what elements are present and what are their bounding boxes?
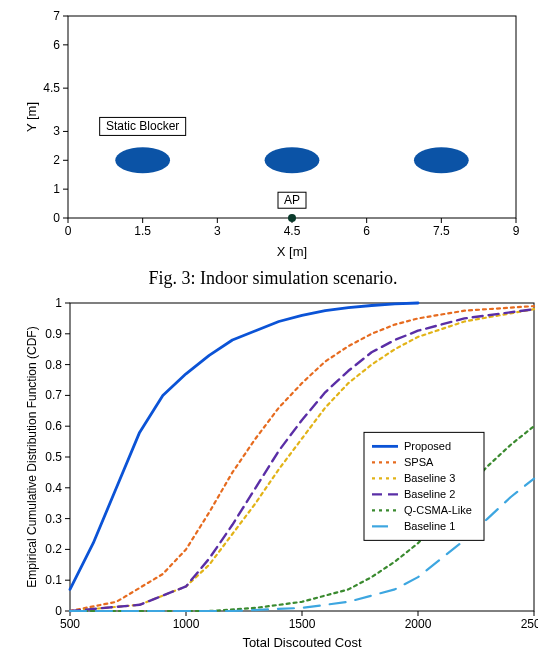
static-blocker-icon	[414, 147, 469, 173]
svg-text:0: 0	[53, 211, 60, 225]
svg-text:3: 3	[53, 124, 60, 138]
svg-text:Y [m]: Y [m]	[24, 102, 39, 132]
svg-text:0.8: 0.8	[45, 358, 62, 372]
ap-point-icon	[288, 214, 296, 222]
ap-label: AP	[284, 193, 300, 207]
svg-text:3: 3	[214, 224, 221, 238]
svg-text:X [m]: X [m]	[277, 244, 307, 259]
legend-label: Q-CSMA-Like	[404, 504, 472, 516]
svg-text:0.1: 0.1	[45, 573, 62, 587]
svg-text:0.7: 0.7	[45, 388, 62, 402]
legend-label: Proposed	[404, 440, 451, 452]
svg-text:0.2: 0.2	[45, 542, 62, 556]
top-chart-caption: Fig. 3: Indoor simulation scenario.	[0, 268, 546, 289]
svg-text:7: 7	[53, 9, 60, 23]
legend-label: Baseline 1	[404, 520, 455, 532]
svg-text:0.3: 0.3	[45, 512, 62, 526]
svg-text:0.6: 0.6	[45, 419, 62, 433]
svg-text:6: 6	[53, 38, 60, 52]
page-root: 01.534.567.5901234.567X [m]Y [m]Static B…	[0, 6, 546, 655]
bottom-chart-svg: 500100015002000250000.10.20.30.40.50.60.…	[22, 295, 538, 651]
static-blocker-icon	[115, 147, 170, 173]
svg-text:2500: 2500	[521, 617, 538, 631]
svg-text:500: 500	[60, 617, 80, 631]
legend-label: SPSA	[404, 456, 434, 468]
svg-text:1: 1	[53, 182, 60, 196]
svg-text:1000: 1000	[173, 617, 200, 631]
svg-text:0.9: 0.9	[45, 327, 62, 341]
svg-text:0.5: 0.5	[45, 450, 62, 464]
legend-label: Baseline 3	[404, 472, 455, 484]
top-chart: 01.534.567.5901234.567X [m]Y [m]Static B…	[22, 6, 536, 266]
svg-text:0: 0	[65, 224, 72, 238]
svg-text:4.5: 4.5	[284, 224, 301, 238]
svg-text:0: 0	[55, 604, 62, 618]
static-blocker-label: Static Blocker	[106, 119, 179, 133]
svg-text:Empirical Cumulative Distribut: Empirical Cumulative Distribution Functi…	[25, 326, 39, 587]
top-chart-svg: 01.534.567.5901234.567X [m]Y [m]Static B…	[22, 6, 528, 262]
legend-label: Baseline 2	[404, 488, 455, 500]
svg-text:1.5: 1.5	[134, 224, 151, 238]
svg-text:1: 1	[55, 296, 62, 310]
svg-text:1500: 1500	[289, 617, 316, 631]
svg-text:6: 6	[363, 224, 370, 238]
svg-text:2: 2	[53, 153, 60, 167]
svg-text:9: 9	[513, 224, 520, 238]
svg-text:Total Discouted Cost: Total Discouted Cost	[242, 635, 362, 650]
svg-text:4.5: 4.5	[43, 81, 60, 95]
static-blocker-icon	[265, 147, 320, 173]
bottom-chart: 500100015002000250000.10.20.30.40.50.60.…	[22, 295, 536, 655]
svg-text:0.4: 0.4	[45, 481, 62, 495]
svg-text:7.5: 7.5	[433, 224, 450, 238]
svg-text:2000: 2000	[405, 617, 432, 631]
